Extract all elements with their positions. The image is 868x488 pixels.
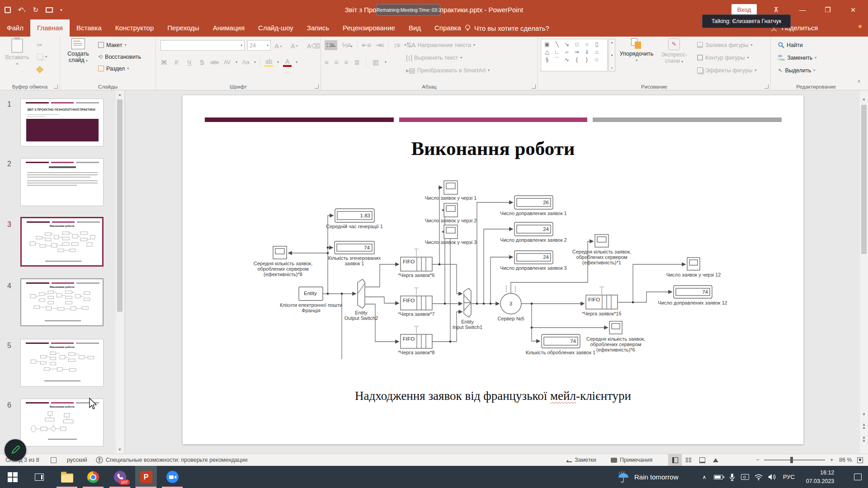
tab-help[interactable]: Справка: [428, 19, 468, 37]
slide-thumbnail-3-selected[interactable]: Виконання роботи: [20, 217, 104, 267]
quick-styles-button[interactable]: ✎ Экспресс-стили ▾: [656, 38, 692, 81]
bullets-button[interactable]: ∷≡▾: [325, 40, 337, 50]
shape-fill-button[interactable]: Заливка фигуры▾: [697, 39, 752, 51]
font-name-select[interactable]: ▾: [160, 40, 245, 51]
tab-record[interactable]: Запись: [300, 19, 336, 37]
taskbar-zoom[interactable]: [161, 466, 183, 488]
panel-scroll-thumb[interactable]: [117, 99, 123, 312]
clear-formatting-button[interactable]: А⌫: [307, 40, 320, 52]
zoom-percent[interactable]: 86 %: [839, 454, 852, 466]
tab-home[interactable]: Главная: [30, 19, 70, 37]
accessibility-status[interactable]: Специальные возможности: проверьте реком…: [96, 454, 247, 466]
reading-view-button[interactable]: [695, 454, 709, 466]
change-case-button[interactable]: Aa: [241, 59, 250, 66]
panel-scroll-down-icon[interactable]: ▼: [116, 447, 124, 452]
text-shadow-button[interactable]: S: [198, 59, 206, 66]
restore-button[interactable]: ❐: [817, 0, 838, 19]
shapes-gallery-scrollbar[interactable]: ▴▾▿: [609, 39, 615, 71]
align-center-icon[interactable]: ≡: [335, 58, 338, 66]
language-status[interactable]: русский: [67, 454, 87, 466]
shape-effects-button[interactable]: Эффекты фигуры▾: [697, 65, 756, 76]
minimize-button[interactable]: —: [792, 0, 813, 19]
replace-button[interactable]: ab↪ac Заменить▾: [778, 52, 816, 63]
cast-screen-icon[interactable]: [739, 466, 751, 488]
zoom-slider[interactable]: [764, 454, 825, 466]
weather-widget[interactable]: Rain tomorrow: [617, 466, 679, 488]
slide-thumbnail-4[interactable]: Виконання роботи: [20, 278, 104, 326]
grow-font-button[interactable]: А▴: [274, 40, 282, 52]
tray-chevron-icon[interactable]: ∧: [699, 466, 710, 488]
scroll-thumb[interactable]: [861, 105, 867, 254]
drawing-dialog-launcher[interactable]: [764, 84, 769, 89]
gallery-up-icon[interactable]: ▴: [611, 40, 613, 44]
arrange-button[interactable]: Упорядочить ▾: [618, 38, 655, 81]
panel-scroll-up-icon[interactable]: ▲: [116, 92, 124, 97]
scroll-down-icon[interactable]: ▼: [860, 412, 868, 417]
clipboard-dialog-launcher[interactable]: [54, 84, 58, 89]
line-spacing-icon[interactable]: ↕≡: [393, 41, 400, 49]
format-painter-button[interactable]: [37, 64, 42, 75]
task-view-button[interactable]: [28, 466, 50, 488]
justify-icon[interactable]: ≣: [354, 58, 359, 66]
font-color-button[interactable]: А: [283, 58, 292, 67]
zoom-slider-thumb[interactable]: [790, 457, 793, 463]
paragraph-dialog-launcher[interactable]: [532, 84, 536, 89]
align-left-icon[interactable]: ≡: [325, 58, 328, 66]
new-slide-button[interactable]: Создать слайд ▾: [62, 38, 94, 81]
decrease-indent-icon[interactable]: ⇤≡: [362, 41, 371, 49]
highlight-color-button[interactable]: ab: [264, 58, 273, 67]
columns-icon[interactable]: ▥: [373, 58, 378, 66]
zoom-in-button[interactable]: +: [830, 454, 833, 466]
microphone-icon[interactable]: [726, 466, 738, 488]
cut-button[interactable]: ✂: [37, 39, 43, 51]
taskbar-powerpoint-active[interactable]: P: [135, 466, 157, 488]
italic-button[interactable]: К: [172, 59, 181, 66]
tab-review[interactable]: Рецензирование: [336, 19, 402, 37]
zoom-out-button[interactable]: −: [756, 454, 759, 466]
shrink-font-button[interactable]: А▾: [291, 40, 297, 52]
strikethrough-button[interactable]: abc: [210, 59, 219, 66]
tab-animations[interactable]: Анимация: [206, 19, 251, 37]
fit-slide-button[interactable]: [857, 454, 863, 466]
increase-indent-icon[interactable]: ⇥≡: [375, 41, 384, 49]
tab-slideshow[interactable]: Слайд-шоу: [251, 19, 300, 37]
taskbar-viber[interactable]: 107: [109, 466, 131, 488]
layout-button[interactable]: Макет▾: [98, 39, 126, 51]
tab-file[interactable]: Файл: [0, 19, 30, 37]
taskbar-chrome[interactable]: [82, 466, 104, 488]
previous-slide-icon[interactable]: ▲▲: [860, 423, 868, 429]
volume-icon[interactable]: [766, 466, 778, 488]
numbering-button[interactable]: ⅓≡▾: [342, 41, 352, 49]
tab-transitions[interactable]: Переходы: [160, 19, 206, 37]
slide-sorter-view-button[interactable]: [682, 454, 695, 466]
slide-caption[interactable]: Надходження заявок від французької мейл-…: [183, 389, 803, 403]
align-text-button[interactable]: [↕]Выровнять текст▾: [406, 52, 462, 63]
underline-button[interactable]: Ч: [185, 59, 193, 66]
font-dialog-launcher[interactable]: [315, 84, 319, 89]
slide-thumbnail-2[interactable]: [20, 158, 104, 206]
slideshow-view-button[interactable]: [709, 454, 722, 466]
paste-button[interactable]: Вставить ▾: [1, 38, 33, 81]
slide-thumbnail-1[interactable]: ЗВІТ З ПРОЄКТНО-ТЕХНОЛОГІЧНОЇ ПРАКТИКИ: [20, 99, 104, 146]
simulink-diagram[interactable]: Entity 1.83 74 FIFO FIFO FIFO 26 24 24 3…: [253, 178, 732, 365]
thumbnail-panel-scrollbar[interactable]: ▲ ▼: [116, 90, 124, 454]
section-button[interactable]: Раздел▾: [98, 63, 129, 74]
annotation-pencil-button[interactable]: [5, 439, 26, 461]
wifi-icon[interactable]: [752, 466, 765, 488]
gallery-more-icon[interactable]: ▾: [611, 53, 613, 57]
clock[interactable]: 16:1207.03.2023: [801, 466, 839, 488]
tab-insert[interactable]: Вставка: [70, 19, 108, 37]
gallery-down-icon[interactable]: ▿: [611, 66, 613, 70]
reset-button[interactable]: ⟲Восстановить: [98, 51, 141, 62]
copy-button[interactable]: ▾: [37, 51, 47, 62]
slide-thumbnail-5[interactable]: Виконання роботи: [20, 339, 104, 387]
tell-me-search[interactable]: Что вы хотите сделать?: [465, 19, 549, 37]
bold-button[interactable]: Ж: [160, 59, 168, 66]
select-button[interactable]: ↖ Выделить▾: [778, 65, 815, 76]
text-direction-button[interactable]: ⇅AНаправление текста▾: [406, 39, 475, 51]
tab-view[interactable]: Вид: [402, 19, 428, 37]
character-spacing-button[interactable]: AV: [223, 59, 231, 66]
notes-toggle[interactable]: ▴Заметки: [566, 454, 596, 466]
slide-title[interactable]: Виконання роботи: [183, 137, 803, 160]
smartart-button[interactable]: ▸▤Преобразовать в SmartArt▾: [406, 65, 490, 76]
